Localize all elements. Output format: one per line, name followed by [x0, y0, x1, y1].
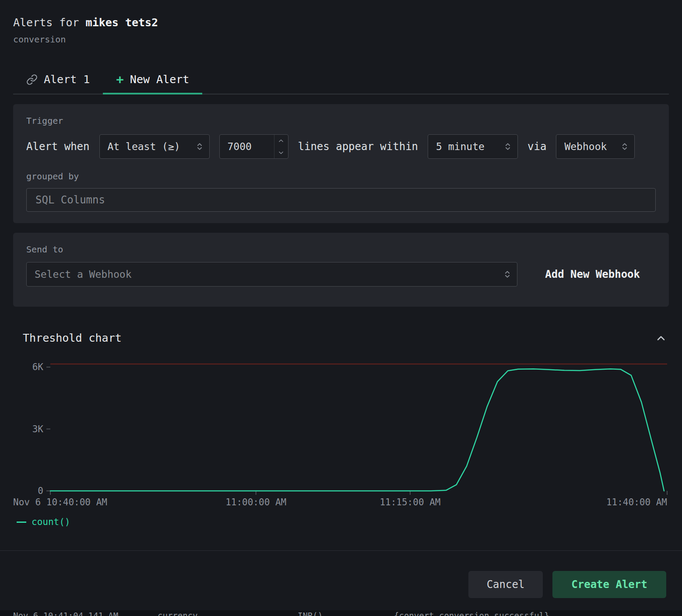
series-line-swatch — [17, 522, 26, 523]
tab-new-alert[interactable]: + New Alert — [103, 67, 202, 94]
background-log-row: Nov 6 10:41:04.141 AM currency INR() {co… — [0, 610, 682, 616]
collapse-chart-button[interactable] — [655, 332, 667, 344]
chevron-updown-icon — [195, 142, 204, 151]
channel-select[interactable]: Webhook — [556, 134, 635, 159]
svg-text:6K: 6K — [32, 362, 44, 372]
chevron-up-icon — [655, 332, 667, 344]
threshold-chart-header: Threshold chart — [23, 331, 667, 345]
condition-select[interactable]: At least (≥) — [99, 134, 210, 159]
plus-icon: + — [116, 73, 123, 86]
background-log-field: currency — [158, 611, 198, 616]
trigger-row: Alert when At least (≥) lines appear wit… — [26, 134, 656, 159]
send-to-row: Select a Webhook Add New Webhook — [26, 262, 656, 287]
webhook-select-placeholder: Select a Webhook — [35, 269, 132, 280]
threshold-chart: 03K6KNov 6 10:40:00 AM11:00:00 AM11:15:0… — [0, 360, 682, 511]
lines-appear-label: lines appear within — [298, 140, 418, 153]
tab-alert-1-label: Alert 1 — [44, 73, 90, 86]
background-log-timestamp: Nov 6 10:41:04.141 AM — [13, 611, 118, 616]
svg-text:0: 0 — [38, 486, 43, 496]
series-legend-label: count() — [32, 517, 70, 527]
svg-text:11:15:00 AM: 11:15:00 AM — [380, 497, 440, 508]
add-new-webhook-button[interactable]: Add New Webhook — [545, 268, 640, 280]
send-to-section-label: Send to — [26, 244, 656, 255]
alert-when-label: Alert when — [26, 140, 90, 153]
tab-new-alert-label: New Alert — [130, 73, 189, 86]
channel-select-value: Webhook — [564, 141, 607, 152]
page-title-source-name: mikes tets2 — [86, 16, 158, 29]
time-window-select-value: 5 minute — [436, 141, 485, 152]
trigger-section-label: Trigger — [26, 116, 656, 126]
chevron-updown-icon — [620, 142, 629, 151]
background-log-value: INR() — [298, 611, 323, 616]
page-title: Alerts for mikes tets2 — [13, 16, 669, 29]
alert-modal: Alerts for mikes tets2 conversion Alert … — [0, 0, 682, 610]
svg-text:11:00:00 AM: 11:00:00 AM — [225, 497, 286, 508]
alert-tabs: Alert 1 + New Alert — [13, 67, 669, 94]
condition-select-value: At least (≥) — [108, 141, 180, 152]
page-subtitle: conversion — [13, 34, 669, 45]
grouped-by-input[interactable] — [26, 188, 656, 212]
send-to-panel: Send to Select a Webhook Add New Webhook — [13, 233, 669, 307]
background-log-message: {convert conversion successful} — [394, 611, 549, 616]
chevron-updown-icon — [503, 142, 512, 151]
time-window-select[interactable]: 5 minute — [428, 134, 518, 159]
threshold-number-input[interactable] — [220, 135, 274, 158]
stepper-up-icon[interactable] — [274, 135, 288, 147]
page-title-prefix: Alerts for — [13, 16, 86, 29]
cancel-button[interactable]: Cancel — [468, 571, 543, 598]
create-alert-button[interactable]: Create Alert — [552, 571, 666, 598]
chevron-updown-icon — [503, 270, 512, 279]
threshold-steppers — [274, 135, 288, 158]
modal-header: Alerts for mikes tets2 conversion — [0, 0, 682, 45]
grouped-by-label: grouped by — [26, 171, 656, 182]
threshold-number-input-wrap — [219, 134, 288, 159]
svg-text:3K: 3K — [32, 424, 44, 434]
svg-text:Nov 6 10:40:00 AM: Nov 6 10:40:00 AM — [13, 497, 107, 508]
threshold-chart-title: Threshold chart — [23, 331, 122, 345]
modal-footer: Cancel Create Alert — [0, 550, 682, 610]
via-label: via — [527, 140, 546, 153]
link-icon — [26, 74, 38, 85]
chart-legend: count() — [17, 517, 682, 527]
tab-alert-1[interactable]: Alert 1 — [13, 67, 103, 94]
svg-text:11:40:00 AM: 11:40:00 AM — [606, 497, 667, 508]
trigger-panel: Trigger Alert when At least (≥) lines ap… — [13, 104, 669, 223]
stepper-down-icon[interactable] — [274, 147, 288, 158]
webhook-select[interactable]: Select a Webhook — [26, 262, 517, 287]
